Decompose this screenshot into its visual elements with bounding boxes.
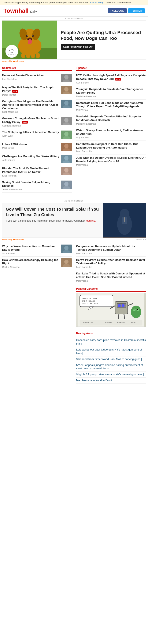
bear-item-0[interactable]: Concealed carry corruption revealed in C… [76,337,146,347]
tip-link[interactable]: Watch: Stacey Abrams' Incoherent, Radica… [76,129,143,136]
facebook-button[interactable]: FACEBOOK [108,8,127,13]
tip-link[interactable]: Congressman Releases an Update About His… [76,244,135,251]
tip-item-6[interactable]: Just What the Doctor Ordered: It Looks L… [76,154,146,168]
columnist-item-0[interactable]: Democrat Senate Disaster Ahead Kurt Schl… [2,72,72,84]
article-link[interactable]: Challenges Are Mounting Our Woke Militar… [2,155,59,158]
cartoon-section: Political Cartoons [76,284,146,328]
left-item-0[interactable]: Why the Woke Perspective on Columbus Day… [2,243,72,257]
article-link[interactable]: Saving Soviet Jews in Rekjavik Long Dist… [2,180,50,187]
bear-link[interactable]: 3 banned from Greenwood Park Mall fo car… [76,358,142,361]
tip-link[interactable]: Vanderbilt Suspends 'Gender-Affirming' S… [76,115,142,122]
article-thumb-2 [61,100,72,108]
bear-link[interactable]: Virginia 2A group takes aim at state's n… [76,373,144,376]
left-col: Why the Woke Perspective on Columbus Day… [0,243,74,384]
right-item-0[interactable]: Congressman Releases an Update About His… [76,243,146,257]
bear-item-5[interactable]: Members claim fraud in Front [76,378,146,384]
left-item-1[interactable]: How Grifters are Increasingly Hijacking … [2,257,72,270]
tip-item-3[interactable]: Vanderbilt Suspends 'Gender-Affirming' S… [76,113,146,127]
tip-author: Matt Vespa [76,109,146,111]
right-item-2[interactable]: Kari Lake Tried to Speak With Democrat O… [76,270,146,284]
svg-point-34 [64,118,68,122]
article-author: Jonathan Feldstein [2,188,59,191]
tip-author: Leah Barkoukis [76,252,146,255]
columnist-item-8[interactable]: Saving Soviet Jews in Rekjavik Long Dist… [2,179,72,193]
tipsheet-section: Tipsheet NYT: California's High Speed Ra… [74,65,148,193]
bear-link[interactable]: NY AG appeals judge's decision halting e… [76,364,143,370]
ad-cta-button[interactable]: Start Fresh with 50% Off [61,44,95,50]
bear-item-3[interactable]: NY AG appeals judge's decision halting e… [76,362,146,372]
article-author: Rachel Alexander [2,266,59,268]
columnist-item-7[interactable]: Blonde: The Pro-Life Movie Planned Paren… [2,165,72,179]
bear-item-4[interactable]: Virginia 2A group takes aim at state's n… [76,372,146,378]
vip-badge: ≡VIP [12,90,18,92]
join-link[interactable]: Join us today. [90,1,104,4]
columnist-item-3[interactable]: Governor Youngkin Goes Nuclear on Smart … [2,115,72,129]
tip-title: NYT: California's High Speed Rail Saga i… [76,74,146,81]
article-thumb-4 [61,130,72,139]
tip-item-5[interactable]: Car Thefts are Rampant in Dem-Run Cities… [76,141,146,154]
article-link[interactable]: Democrat Senate Disaster Ahead [2,74,45,77]
cartoon-svg: THEY'LL TELL YOU ONE THING AND THEN DO A… [76,293,146,326]
article-link[interactable]: Governor Youngkin Goes Nuclear on Smart … [2,117,59,124]
solar-read-link[interactable]: read this. [86,219,96,222]
columnist-item-4[interactable]: The Collapsing Pillars of American Secur… [2,129,72,141]
tip-link[interactable]: Kari Lake Tried to Speak With Democrat O… [76,272,145,279]
tip-link[interactable]: Here's PayPal's Excuse After Massive Bac… [76,258,145,265]
tip-item-4[interactable]: Watch: Stacey Abrams' Incoherent, Radica… [76,127,146,141]
right-item-1[interactable]: Here's PayPal's Excuse After Massive Bac… [76,257,146,270]
tip-link[interactable]: Car Thefts are Rampant in Dem-Run Cities… [76,142,138,149]
bear-link[interactable]: Concealed carry corruption revealed in C… [76,338,146,345]
article-link[interactable]: I Have 20/20 Vision [2,142,27,146]
article-link[interactable]: How Grifters are Increasingly Hijacking … [2,258,58,265]
bear-item-2[interactable]: 3 banned from Greenwood Park Mall fo car… [76,356,146,362]
article-title: I Have 20/20 Vision [2,142,59,146]
left-thumb-0 [61,244,72,253]
article-link[interactable]: Georgians Should Ignore The Scandals And… [2,100,58,110]
tip-author: Leah Barkoukis [76,150,146,152]
main-ad[interactable]: The Farmer's Dog Fresh Pet Food People A… [2,20,146,60]
bear-item-1[interactable]: Left lashes out after judge guts NY's la… [76,347,146,356]
tip-link[interactable]: Democrats Enter Full-Send Mode on Aborti… [76,101,143,108]
svg-point-53 [117,214,132,235]
svg-point-46 [64,168,68,172]
tip-link[interactable]: Youngkin Responds to Backlash Over Trans… [76,88,143,94]
article-author: Allen West [2,134,59,137]
twitter-button[interactable]: TWITTER [128,8,145,13]
second-ad[interactable]: Gov Will Cover The Cost To Install Solar… [2,203,146,238]
article-link[interactable]: Blonde: The Pro-Life Movie Planned Paren… [2,167,49,174]
article-link[interactable]: Maybe The Evil Party Is Also The Stupid … [2,86,54,92]
svg-point-49 [64,182,68,186]
tip-author: Madeline Leesman [76,122,146,125]
tip-item-0[interactable]: NYT: California's High Speed Rail Saga i… [76,72,146,86]
tip-link[interactable]: Just What the Doctor Ordered: It Looks L… [76,156,146,163]
article-text: Democrat Senate Disaster Ahead Kurt Schl… [2,74,59,80]
columnist-item-5[interactable]: I Have 20/20 Vision Mark Lewis [2,141,72,153]
article-title: Why the Woke Perspective on Columbus Day… [2,244,59,252]
columnist-item-2[interactable]: Georgians Should Ignore The Scandals And… [2,98,72,115]
article-title: Georgians Should Ignore The Scandals And… [2,100,59,110]
svg-point-77 [133,308,136,311]
article-link[interactable]: Why the Woke Perspective on Columbus Day… [2,244,55,251]
tip-item-2[interactable]: Democrats Enter Full-Send Mode on Aborti… [76,100,146,113]
tip-title: Kari Lake Tried to Speak With Democrat O… [76,272,146,279]
cartoon-image[interactable]: THEY'LL TELL YOU ONE THING AND THEN DO A… [76,293,146,327]
ad-label-1: ADVERTISEMENT [0,16,148,20]
bear-link[interactable]: Members claim fraud in Front [76,379,112,382]
bear-link[interactable]: Left lashes out after judge guts NY's la… [76,348,142,355]
tip-link[interactable]: NYT: California's High Speed Rail Saga i… [76,74,146,80]
article-thumb-7 [61,167,72,175]
logo-name[interactable]: Townhall Daily [3,8,37,14]
svg-point-43 [64,156,68,160]
svg-point-31 [64,101,68,105]
tip-item-1[interactable]: Youngkin Responds to Backlash Over Trans… [76,86,146,100]
article-text: Maybe The Evil Party Is Also The Stupid … [2,86,59,96]
tip-author: Leah Barkoukis [76,266,146,268]
columnist-item-1[interactable]: Maybe The Evil Party Is Also The Stupid … [2,84,72,98]
article-text: Why the Woke Perspective on Columbus Day… [2,244,59,255]
bearing-arms-title: Bearing Arms [76,330,146,336]
article-link[interactable]: The Collapsing Pillars of American Secur… [2,130,59,134]
columnist-item-6[interactable]: Challenges Are Mounting Our Woke Militar… [2,153,72,165]
cartoon-section-title: Political Cartoons [76,286,146,292]
article-author: Mark Lewis [2,147,59,149]
svg-point-60 [64,260,68,264]
